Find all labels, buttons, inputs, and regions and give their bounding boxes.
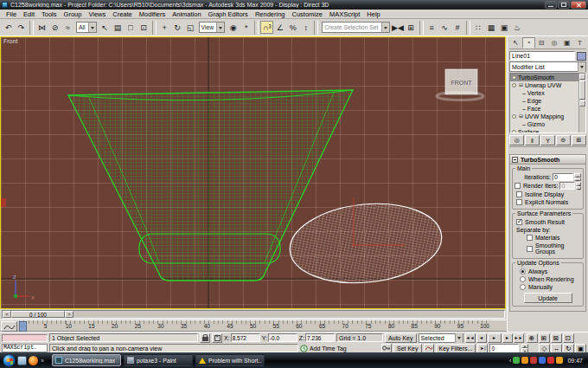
current-frame-marker[interactable]	[19, 321, 27, 332]
quick-launch-mail-icon[interactable]	[17, 356, 27, 365]
time-slider-button[interactable]: 0 / 100	[11, 311, 65, 318]
snap-toggle-3d-icon[interactable]: ∩³	[260, 21, 273, 34]
modifier-stack-item[interactable]: ⊟ UVW Mapping	[510, 113, 578, 120]
select-and-rotate-icon[interactable]: ↻	[171, 21, 184, 34]
pin-stack-button[interactable]: ◎	[509, 135, 524, 145]
menu-item[interactable]: Create	[109, 10, 136, 18]
tray-icon-green[interactable]	[513, 357, 520, 364]
pan-icon[interactable]: ↔	[551, 344, 562, 353]
tab-utilities[interactable]: T	[573, 37, 586, 48]
tab-display[interactable]: ▣	[560, 37, 573, 48]
track-bar[interactable]: 0510152025303540455055606570758085909510…	[0, 320, 507, 332]
select-by-name-icon[interactable]: ▤	[112, 21, 125, 34]
material-editor-icon[interactable]: ∷	[472, 21, 485, 34]
scroll-down-icon[interactable]	[579, 100, 585, 107]
select-and-move-icon[interactable]: +	[158, 21, 171, 34]
scroll-up-icon[interactable]	[579, 74, 585, 80]
stack-scrollbar[interactable]	[578, 74, 585, 132]
materials-checkbox[interactable]	[527, 235, 533, 241]
tray-icon-red-shield[interactable]	[530, 357, 537, 364]
previous-frame-button[interactable]: ◄	[476, 333, 487, 343]
tab-motion[interactable]: ◎	[547, 37, 560, 48]
modifier-stack-item[interactable]: ⊟ Gizmo	[510, 120, 578, 128]
field-of-view-icon[interactable]: ◇	[539, 344, 550, 353]
taskbar-window-button[interactable]: Problem with Short...	[195, 354, 265, 366]
next-frame-nub[interactable]: >	[65, 311, 74, 318]
layer-manager-icon[interactable]: ≡	[425, 21, 438, 34]
viewport-front[interactable]: FRONT Z X Front	[0, 36, 506, 309]
tab-modify[interactable]: ◔	[522, 37, 535, 48]
window-crossing-icon[interactable]: ⊡	[137, 21, 150, 34]
reference-coordinate-dropdown[interactable]: View	[199, 22, 226, 33]
smooth-result-checkbox[interactable]	[516, 219, 522, 225]
configure-modifier-sets-button[interactable]: ⊞	[572, 135, 586, 145]
select-and-link-icon[interactable]: ⋈	[35, 21, 48, 34]
expand-icon[interactable]: ⊟	[518, 82, 524, 88]
render-iters-field[interactable]: 0	[559, 182, 575, 190]
taskbar-window-button[interactable]: C1258working.max ...	[52, 354, 121, 366]
undo-icon[interactable]: ↶	[2, 21, 15, 34]
tray-expand[interactable]: ‹	[509, 357, 512, 365]
tray-icon-orange[interactable]	[521, 357, 528, 364]
modifier-stack-item[interactable]: ⊟ Edge	[510, 97, 578, 105]
remove-modifier-button[interactable]: ⊖	[556, 135, 571, 145]
menu-item[interactable]: Graph Editors	[205, 10, 252, 18]
new-key-default-in-out-button[interactable]	[424, 344, 434, 353]
y-field[interactable]: -0.0	[268, 333, 297, 342]
viewport-label[interactable]: Front	[3, 38, 17, 44]
auto-key-button[interactable]: Auto Key	[385, 333, 416, 343]
selection-lock-button[interactable]	[200, 333, 210, 343]
iterations-field[interactable]: 0	[553, 173, 573, 181]
select-and-manipulate-icon[interactable]: *	[240, 21, 252, 34]
zoom-icon[interactable]: ⊕	[527, 333, 538, 343]
go-to-end-button[interactable]: ►►	[514, 333, 524, 343]
update-option-radio[interactable]: When Rendering	[520, 276, 581, 282]
modifier-stack-item[interactable]: ⊟ TurboSmooth	[510, 74, 578, 81]
maximize-button[interactable]	[558, 1, 570, 9]
redo-icon[interactable]: ↷	[15, 21, 28, 34]
select-and-scale-icon[interactable]: ◱	[184, 21, 197, 34]
start-button[interactable]	[3, 354, 16, 367]
visibility-bulb-icon[interactable]	[512, 83, 516, 87]
turbosmooth-rollout-header[interactable]: TurboSmooth	[510, 155, 585, 165]
key-filters-button[interactable]: Key Filters...	[436, 344, 476, 353]
bind-to-space-warp-icon[interactable]: ≈	[61, 21, 74, 34]
angle-snap-toggle-icon[interactable]: ∠	[273, 21, 286, 34]
menu-item[interactable]: Help	[363, 10, 383, 18]
menu-item[interactable]: Edit	[20, 10, 38, 18]
make-unique-button[interactable]: Y	[540, 135, 555, 145]
menu-item[interactable]: Views	[85, 10, 109, 18]
visibility-bulb-icon[interactable]	[512, 114, 516, 119]
menu-item[interactable]: Customize	[288, 10, 325, 18]
isoline-display-checkbox[interactable]	[516, 191, 522, 197]
percent-snap-toggle-icon[interactable]: %	[286, 21, 299, 34]
update-option-radio[interactable]: Manually	[520, 284, 581, 290]
menu-item[interactable]: Modifiers	[136, 10, 169, 18]
quick-launch-firefox-icon[interactable]	[29, 356, 38, 365]
next-frame-button[interactable]: ►	[502, 333, 513, 343]
named-selection-sets-field[interactable]: Create Selection Set	[322, 22, 389, 33]
selection-filter-dropdown[interactable]: All	[76, 22, 97, 33]
expand-icon[interactable]: ⊟	[518, 113, 524, 119]
mini-curve-editor-button[interactable]	[1, 321, 17, 332]
align-icon[interactable]: ⊞	[405, 21, 418, 34]
macro-recorder-field[interactable]	[2, 334, 48, 342]
set-key-button[interactable]: Set Key	[393, 344, 422, 353]
tab-hierarchy[interactable]: ⊟	[535, 37, 548, 48]
schematic-view-icon[interactable]: #	[451, 21, 464, 34]
absolute-offset-toggle[interactable]	[212, 333, 222, 343]
time-slider-track[interactable]: < 0 / 100 >	[2, 310, 505, 319]
frame-spinner[interactable]	[521, 344, 528, 353]
key-mode-toggle-button[interactable]: ►|	[477, 344, 488, 353]
modifier-stack-item[interactable]: ⊟ Vertex	[510, 89, 578, 97]
render-iters-spinner[interactable]	[576, 182, 581, 190]
menu-item[interactable]: Group	[61, 10, 86, 18]
object-color-swatch[interactable]	[577, 52, 586, 61]
key-filter-scope-dropdown[interactable]: Selected	[419, 333, 463, 343]
menu-item[interactable]: Rendering	[252, 10, 289, 18]
modifier-stack-item[interactable]: ⊟ Face	[510, 105, 578, 113]
menu-item[interactable]: Tools	[38, 10, 61, 18]
render-setup-icon[interactable]: ▦	[485, 21, 498, 34]
quick-render-icon[interactable]: ♨	[511, 21, 524, 34]
rendered-frame-window-icon[interactable]: ▣	[498, 21, 511, 34]
